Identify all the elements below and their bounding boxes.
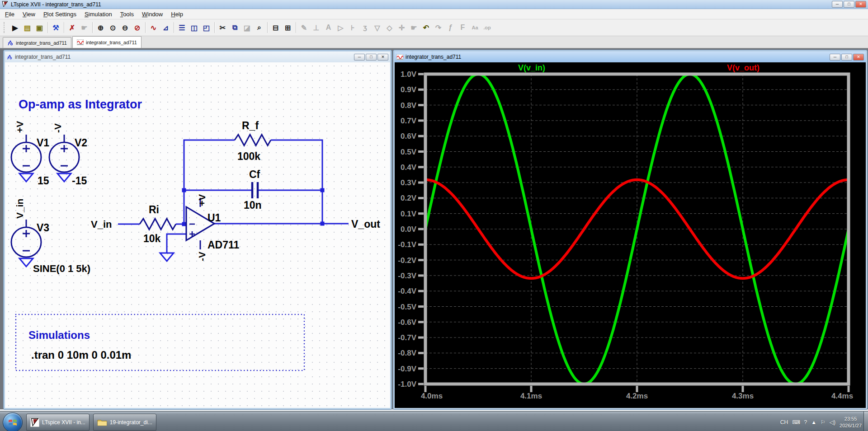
ri-value[interactable]: 10k xyxy=(143,233,161,244)
waveform-plot[interactable]: 1.0V0.9V0.8V0.7V0.6V0.5V0.4V0.3V0.2V0.1V… xyxy=(395,62,866,408)
tab-schematic-label: integrator_trans_ad711 xyxy=(16,40,67,46)
zoom-out-icon[interactable]: ⊖ xyxy=(119,22,131,34)
waveform-icon[interactable]: ∿ xyxy=(147,22,160,34)
toolbar-grip[interactable] xyxy=(4,22,6,33)
menu-item-view[interactable]: View xyxy=(19,10,39,19)
print-preview-icon[interactable]: ⊞ xyxy=(282,22,294,34)
x-tick-label: 4.0ms xyxy=(421,392,443,400)
autorange-icon[interactable]: ⊿ xyxy=(160,22,172,34)
hidden-icons-chevron-icon[interactable]: ▲ xyxy=(811,419,816,426)
menu-item-simulation[interactable]: Simulation xyxy=(80,10,116,19)
language-indicator[interactable]: CH xyxy=(780,419,788,426)
schematic-comment-title[interactable]: Op-amp as Integrator xyxy=(19,98,142,111)
taskbar-button-19-integrator-di-[interactable]: 19-integrator_di... xyxy=(93,414,156,431)
ri-name[interactable]: Ri xyxy=(149,204,159,216)
v3-name[interactable]: V3 xyxy=(37,222,49,234)
schematic-close-button[interactable]: ✕ xyxy=(377,54,388,61)
taskbar-button-ltspice-xvii-in-[interactable]: LTspice XVII - in... xyxy=(26,414,90,431)
show-desktop-button[interactable] xyxy=(863,412,868,431)
label-net-icon: A xyxy=(322,22,335,34)
undo-icon[interactable]: ↶ xyxy=(420,22,432,34)
menu-item-tools[interactable]: Tools xyxy=(116,10,138,19)
waveform-window-titlebar[interactable]: integrator_trans_ad711 ─ □ ✕ xyxy=(395,52,866,62)
ground-icon: ⊥ xyxy=(310,22,322,34)
copy-icon[interactable]: ⧉ xyxy=(229,22,241,34)
schematic-minimize-button[interactable]: ─ xyxy=(354,54,365,61)
clock-date: 2026/1/27 xyxy=(840,423,862,428)
waveform-minimize-button[interactable]: ─ xyxy=(830,54,840,61)
ltspice-app-icon xyxy=(30,418,39,427)
start-button[interactable] xyxy=(3,412,23,431)
run-icon[interactable]: ▶ xyxy=(9,22,21,34)
maximize-button[interactable]: □ xyxy=(844,1,854,8)
taskbar-clock[interactable]: 23:55 2026/1/27 xyxy=(840,416,862,429)
taskbar-button-label: 19-integrator_di... xyxy=(110,419,152,426)
volume-icon[interactable]: ◁) xyxy=(830,419,835,426)
menu-item-help[interactable]: Help xyxy=(167,10,187,19)
schematic-doc-icon xyxy=(7,40,14,46)
net-label-minusv[interactable]: -V xyxy=(52,123,63,133)
net-label-vout[interactable]: V_out xyxy=(351,218,380,230)
zoom-undo-icon[interactable]: ⊘ xyxy=(131,22,143,34)
input-indicator-icon[interactable]: ⌨ xyxy=(792,419,800,426)
cf-value[interactable]: 10n xyxy=(244,199,262,211)
cf-name[interactable]: Cf xyxy=(249,169,260,180)
control-panel-hammer-icon[interactable]: ⚒ xyxy=(50,22,62,34)
cascade-windows-icon[interactable]: ◫ xyxy=(188,22,200,34)
opamp-minusv-label[interactable]: -V xyxy=(197,252,207,261)
schematic-canvas[interactable]: Op-amp as Integrator xyxy=(5,62,390,408)
halt-icon[interactable]: ✗ xyxy=(66,22,78,34)
net-label-vin[interactable]: V_in xyxy=(91,219,112,230)
minimize-button[interactable]: ─ xyxy=(832,1,843,8)
tile-windows-icon[interactable]: ☰ xyxy=(176,22,188,34)
help-icon[interactable]: ? xyxy=(804,419,807,426)
main-titlebar[interactable]: LTspice XVII - integrator_trans_ad711 ─ … xyxy=(0,0,868,9)
legend-v-v-in-[interactable]: V(v_in) xyxy=(518,63,545,72)
tab-waveform[interactable]: integrator_trans_ad711 xyxy=(72,36,142,48)
waveform-restore-button[interactable]: □ xyxy=(841,54,852,61)
u1-name[interactable]: U1 xyxy=(208,212,221,224)
u1-model[interactable]: AD711 xyxy=(208,239,240,251)
sim-box-title[interactable]: Simulations xyxy=(28,329,90,341)
schematic-restore-button[interactable]: □ xyxy=(366,54,377,61)
action-center-flag-icon[interactable]: ⚐ xyxy=(821,419,826,426)
zoom-in-icon[interactable]: ⊕ xyxy=(94,22,107,34)
waveform-pane[interactable]: 1.0V0.9V0.8V0.7V0.6V0.5V0.4V0.3V0.2V0.1V… xyxy=(395,62,866,408)
y-tick-label: 0.2V xyxy=(401,194,417,202)
mdi-area: integrator_trans_ad711 ─ □ ✕ Op-amp as I… xyxy=(0,48,868,409)
rf-value[interactable]: 100k xyxy=(237,150,260,162)
schematic-window-titlebar[interactable]: integrator_trans_ad711 ─ □ ✕ xyxy=(5,52,390,62)
v2-value[interactable]: -15 xyxy=(72,175,87,187)
v3-value[interactable]: SINE(0 1 5k) xyxy=(33,263,90,274)
waveform-doc-icon xyxy=(77,39,84,45)
open-icon[interactable]: ▤ xyxy=(21,22,33,34)
print-icon[interactable]: ⊟ xyxy=(269,22,282,34)
net-label-vin-rotated[interactable]: V_in xyxy=(14,199,25,219)
menu-item-plot-settings[interactable]: Plot Settings xyxy=(39,10,80,19)
v1-name[interactable]: V1 xyxy=(37,137,49,149)
legend-v-v-out-[interactable]: V(v_out) xyxy=(727,63,760,72)
schematic-window-title: integrator_trans_ad711 xyxy=(15,54,354,60)
v1-value[interactable]: 15 xyxy=(38,175,49,187)
v2-name[interactable]: V2 xyxy=(75,137,87,149)
y-tick-label: -0.8V xyxy=(398,349,416,357)
spice-directive-text[interactable]: .tran 0 10m 0 0.01m xyxy=(31,349,131,361)
zoom-extents-icon[interactable]: ⊙ xyxy=(107,22,119,34)
net-label-plusv[interactable]: +V xyxy=(14,121,25,133)
tab-schematic[interactable]: integrator_trans_ad711 xyxy=(3,37,71,48)
close-button[interactable]: ✕ xyxy=(855,1,866,8)
waveform-close-button[interactable]: ✕ xyxy=(853,54,864,61)
y-tick-label: 0.5V xyxy=(401,148,417,156)
menu-item-window[interactable]: Window xyxy=(138,10,167,19)
cascade-restore-icon[interactable]: ◰ xyxy=(200,22,212,34)
rf-name[interactable]: R_f xyxy=(242,120,259,131)
schematic-drawing[interactable]: Op-amp as Integrator xyxy=(5,62,390,408)
ltspice-main-window: LTspice XVII - integrator_trans_ad711 ─ … xyxy=(0,0,868,431)
save-icon[interactable]: ▣ xyxy=(33,22,46,34)
y-tick-label: -0.3V xyxy=(398,272,416,280)
cut-icon[interactable]: ✂ xyxy=(217,22,229,34)
opamp-plusv-label[interactable]: +V xyxy=(197,194,207,206)
menu-item-file[interactable]: File xyxy=(1,10,19,19)
pan-hand-icon: ☛ xyxy=(78,22,90,34)
find-icon[interactable]: ⌕ xyxy=(253,22,265,34)
